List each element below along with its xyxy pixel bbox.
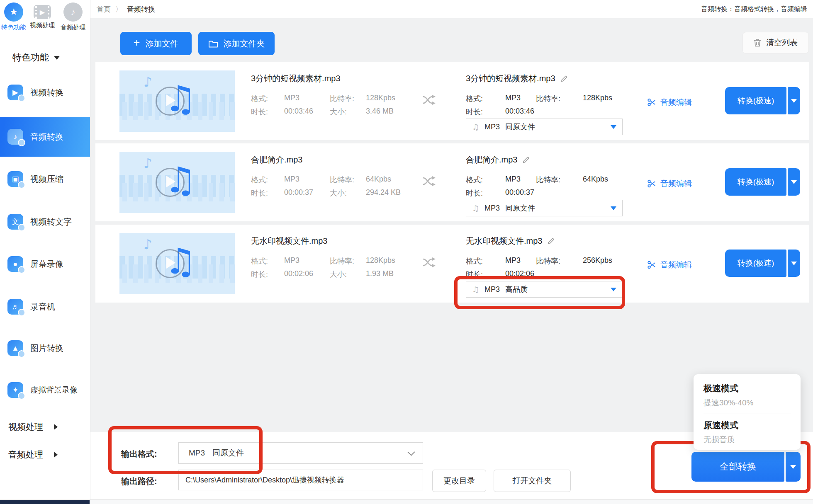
output-path-input[interactable]	[178, 470, 423, 490]
sidebar-item-image-convert[interactable]: ▲ 图片转换	[0, 335, 90, 361]
add-folder-button[interactable]: 添加文件夹	[198, 32, 275, 55]
play-icon	[156, 249, 185, 278]
dropdown-arrow-icon	[790, 465, 796, 469]
audio-edit-link[interactable]: 音频编辑	[647, 259, 692, 270]
normal-mode-option[interactable]: 原速模式	[703, 419, 791, 431]
bitrate-label: 比特率:	[330, 94, 354, 104]
target-format-value: MP3	[505, 94, 521, 102]
preset-quality: 同原文件	[505, 122, 535, 132]
rename-pencil-icon[interactable]	[522, 156, 530, 164]
duration-label: 时长:	[466, 188, 483, 198]
sidebar-item-virtual-bg-record[interactable]: ✦ 虚拟背景录像	[0, 377, 90, 403]
format-label: 格式:	[251, 94, 268, 104]
music-note-icon: ♪	[144, 74, 152, 90]
dropdown-arrow-icon	[791, 262, 797, 265]
bitrate-label: 比特率:	[330, 256, 354, 266]
breadcrumb-home-link[interactable]: 首页	[97, 5, 111, 14]
source-file-title: 无水印视频文件.mp3	[251, 235, 327, 247]
sidebar-item-audio-convert[interactable]: ♪ 音频转换	[0, 117, 90, 157]
target-format-value: MP3	[505, 175, 521, 184]
scissors-icon	[647, 179, 656, 188]
target-duration-value: 00:00:37	[505, 188, 534, 197]
sidebar-item-label: 图片转换	[30, 343, 63, 354]
size-label: 大小:	[330, 269, 347, 279]
breadcrumb: 首页 〉 音频转换	[97, 5, 155, 14]
convert-all-button[interactable]: 全部转换	[691, 452, 784, 482]
source-file-title: 合肥简介.mp3	[251, 154, 302, 165]
source-size-value: 294.24 KB	[366, 188, 401, 197]
bitrate-label: 比特率:	[330, 175, 354, 185]
screen-record-icon: ●	[7, 256, 23, 272]
tab-audio-processing[interactable]: ♪ 音频处理	[58, 2, 88, 32]
tab-label: 视频处理	[28, 22, 56, 29]
open-folder-button[interactable]: 打开文件夹	[494, 470, 571, 492]
target-duration-value: 00:02:06	[505, 269, 534, 278]
app-window: ★ 特色功能 ▶ 视频处理 ♪ 音频处理 特色功能 ▶ 视频转换 ♪ 音频转换 …	[0, 0, 813, 504]
source-size-value: 1.93 MB	[366, 269, 394, 278]
output-format-value-quality: 同原文件	[212, 448, 244, 458]
output-preset-dropdown[interactable]: ♫ MP3 同原文件	[466, 200, 623, 216]
tab-label: 音频处理	[58, 24, 88, 32]
sidebar-item-video-compress[interactable]: ▣ 视频压缩	[0, 166, 90, 192]
speed-mode-popup: 极速模式 提速30%-40% 原速模式 无损音质	[694, 374, 801, 450]
sidebar-footer-audio-processing[interactable]: 音频处理	[8, 449, 58, 460]
image-convert-icon: ▲	[7, 340, 23, 356]
output-format-value-format: MP3	[189, 448, 205, 458]
sidebar-footer-video-processing[interactable]: 视频处理	[8, 421, 58, 433]
dropdown-arrow-icon	[611, 206, 616, 210]
audio-convert-icon: ♪	[7, 129, 23, 145]
tab-video-processing[interactable]: ▶ 视频处理	[28, 2, 56, 29]
convert-dropdown-button[interactable]	[788, 250, 800, 277]
convert-all-dropdown-button[interactable]	[786, 452, 801, 482]
convert-dropdown-button[interactable]	[788, 87, 800, 114]
clear-list-label: 清空列表	[766, 37, 798, 48]
convert-dropdown-button[interactable]	[788, 168, 800, 196]
format-label: 格式:	[466, 256, 483, 266]
add-file-button[interactable]: + 添加文件	[120, 32, 192, 55]
source-bitrate-value: 64Kpbs	[366, 175, 391, 184]
target-file-title-group: 合肥简介.mp3	[466, 154, 530, 165]
convert-button[interactable]: 转换(极速)	[725, 250, 786, 277]
breadcrumb-current: 音频转换	[127, 5, 155, 14]
rename-pencil-icon[interactable]	[560, 75, 568, 82]
convert-label: 转换(极速)	[738, 95, 774, 106]
sidebar-section-special-features[interactable]: 特色功能	[12, 51, 60, 64]
convert-button[interactable]: 转换(极速)	[725, 168, 786, 196]
convert-label: 转换(极速)	[738, 177, 774, 187]
video-compress-icon: ▣	[7, 171, 23, 187]
target-file-title: 3分钟的短视频素材.mp3	[466, 73, 555, 84]
sidebar-item-voice-recorder[interactable]: ♬ 录音机	[0, 293, 90, 320]
convert-direction-icon	[422, 176, 436, 188]
clear-list-button[interactable]: 清空列表	[742, 32, 809, 53]
sidebar-item-video-convert[interactable]: ▶ 视频转换	[0, 79, 90, 106]
convert-button[interactable]: 转换(极速)	[725, 87, 786, 114]
audio-edit-link[interactable]: 音频编辑	[647, 97, 692, 108]
format-label: 格式:	[466, 175, 483, 185]
sidebar-item-video-to-text[interactable]: 文 视频转文字	[0, 208, 90, 235]
duration-label: 时长:	[251, 269, 268, 279]
file-row: ♪ ♫ 合肥简介.mp3 格式: MP3 比特率: 64Kpbs 时长: 00:…	[95, 143, 809, 221]
target-bitrate-value: 64Kpbs	[583, 175, 608, 184]
output-preset-dropdown[interactable]: ♫ MP3 同原文件	[466, 119, 623, 135]
sidebar-item-screen-record[interactable]: ● 屏幕录像	[0, 251, 90, 277]
sidebar-item-label: 视频转换	[30, 87, 63, 98]
target-format-value: MP3	[505, 256, 521, 265]
format-label: 格式:	[251, 256, 268, 266]
rename-pencil-icon[interactable]	[547, 237, 555, 245]
sidebar-item-label: 视频转文字	[30, 216, 72, 228]
preset-format: MP3	[484, 123, 500, 131]
folder-icon	[208, 40, 218, 48]
output-format-select[interactable]: MP3 同原文件	[178, 442, 423, 464]
tab-special-features[interactable]: ★ 特色功能	[0, 2, 27, 32]
sidebar: ★ 特色功能 ▶ 视频处理 ♪ 音频处理 特色功能 ▶ 视频转换 ♪ 音频转换 …	[0, 0, 90, 500]
output-preset-dropdown[interactable]: ♫ MP3 高品质	[466, 281, 623, 298]
preset-quality: 高品质	[505, 284, 528, 294]
main-header: 首页 〉 音频转换 音频转换：音频格式转换，音频编辑	[90, 0, 813, 18]
change-directory-button[interactable]: 更改目录	[432, 470, 486, 492]
virtual-bg-record-icon: ✦	[7, 382, 23, 398]
audio-edit-label: 音频编辑	[660, 259, 692, 270]
audio-thumbnail: ♪ ♫	[119, 70, 235, 132]
audio-edit-link[interactable]: 音频编辑	[647, 178, 692, 189]
convert-label: 转换(极速)	[738, 258, 774, 269]
fast-mode-option[interactable]: 极速模式	[703, 383, 791, 394]
